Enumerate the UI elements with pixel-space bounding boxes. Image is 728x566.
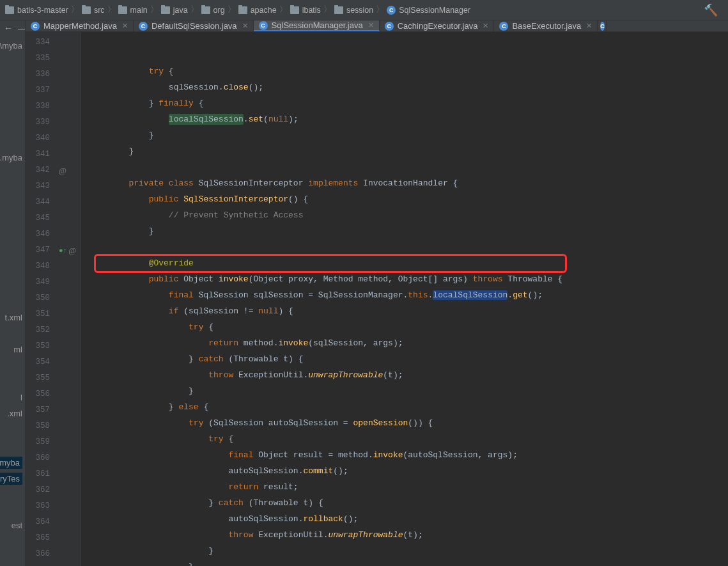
code-line[interactable]: try { bbox=[89, 431, 728, 447]
folder-icon bbox=[334, 6, 343, 14]
code-line[interactable]: sqlSession.close(); bbox=[89, 79, 728, 95]
breadcrumb-item[interactable]: batis-3-master bbox=[5, 6, 68, 15]
folder-icon bbox=[118, 6, 127, 14]
code-line[interactable]: autoSqlSession.rollback(); bbox=[89, 511, 728, 527]
gutter-marker-row bbox=[55, 354, 81, 370]
chevron-right-icon: 〉 bbox=[228, 4, 236, 15]
line-number: 349 bbox=[26, 274, 55, 290]
code-line[interactable] bbox=[89, 159, 728, 175]
code-line[interactable]: } catch (Throwable t) { bbox=[89, 495, 728, 511]
gutter-marker-row bbox=[55, 130, 81, 146]
code-line[interactable]: } bbox=[89, 127, 728, 143]
class-icon: C bbox=[139, 22, 148, 31]
code-line[interactable]: } bbox=[89, 383, 728, 399]
code-line[interactable]: } bbox=[89, 559, 728, 566]
code-line[interactable]: } catch (Throwable t) { bbox=[89, 351, 728, 367]
code-line[interactable]: throw ExceptionUtil.unwrapThrowable(t); bbox=[89, 527, 728, 543]
code-content[interactable]: try { sqlSession.close(); } finally { lo… bbox=[81, 32, 728, 566]
editor-tab[interactable]: CMapperMethod.java✕ bbox=[26, 20, 134, 31]
code-line[interactable]: public Object invoke(Object proxy, Metho… bbox=[89, 271, 728, 287]
tree-item-clipped[interactable]: est bbox=[12, 521, 22, 530]
code-line[interactable]: } else { bbox=[89, 399, 728, 415]
code-line[interactable]: throw ExceptionUtil.unwrapThrowable(t); bbox=[89, 367, 728, 383]
line-number: 342 bbox=[26, 162, 55, 178]
class-icon: C bbox=[387, 6, 396, 15]
editor-tab[interactable]: CDefaultSqlSession.java✕ bbox=[134, 20, 254, 31]
breadcrumb-label: java bbox=[173, 6, 188, 15]
code-line[interactable]: } bbox=[89, 543, 728, 559]
code-line[interactable]: } bbox=[89, 143, 728, 159]
code-line[interactable] bbox=[89, 239, 728, 255]
line-number: 363 bbox=[26, 498, 55, 514]
vcs-change-icon[interactable]: ●↑ bbox=[59, 247, 67, 255]
class-icon: C bbox=[259, 21, 268, 30]
line-number: 352 bbox=[26, 322, 55, 338]
override-marker-icon[interactable]: @ bbox=[59, 166, 66, 176]
breadcrumb-item[interactable]: ibatis bbox=[290, 6, 321, 15]
gutter-marker-row bbox=[55, 178, 81, 194]
collapse-bar-icon[interactable]: — bbox=[18, 23, 26, 33]
tree-item-clipped[interactable]: t.xml bbox=[5, 313, 22, 322]
tree-item-clipped[interactable]: ml bbox=[13, 345, 22, 354]
line-number: 360 bbox=[26, 450, 55, 466]
tree-item-clipped[interactable]: .myba bbox=[0, 457, 22, 469]
breadcrumb-item[interactable]: java bbox=[161, 6, 188, 15]
breadcrumb-item[interactable]: session bbox=[334, 6, 373, 15]
collapse-left-icon[interactable]: ← bbox=[4, 23, 13, 33]
gutter-marker-row bbox=[55, 274, 81, 290]
chevron-right-icon: 〉 bbox=[376, 4, 384, 15]
code-line[interactable]: final SqlSession sqlSession = SqlSession… bbox=[89, 287, 728, 303]
build-hammer-icon[interactable]: 🔨 bbox=[704, 3, 718, 17]
line-number: 354 bbox=[26, 354, 55, 370]
code-line[interactable]: final Object result = method.invoke(auto… bbox=[89, 447, 728, 463]
tree-item-clipped[interactable]: .xml bbox=[7, 409, 22, 418]
code-line[interactable]: autoSqlSession.commit(); bbox=[89, 463, 728, 479]
chevron-right-icon: 〉 bbox=[150, 4, 159, 15]
breadcrumb-item[interactable]: main bbox=[118, 6, 148, 15]
code-line[interactable]: @Override bbox=[89, 255, 728, 271]
code-line[interactable]: public SqlSessionInterceptor() { bbox=[89, 191, 728, 207]
editor-tab[interactable]: CSqlSessionManager.java✕ bbox=[254, 20, 380, 31]
editor-tab[interactable]: CCachingExecutor.java✕ bbox=[380, 20, 495, 31]
code-line[interactable]: return method.invoke(sqlSession, args); bbox=[89, 335, 728, 351]
editor-tab-overflow[interactable]: C bbox=[598, 20, 607, 31]
code-line[interactable]: // Prevent Synthetic Access bbox=[89, 207, 728, 223]
gutter-marker-row bbox=[55, 482, 81, 498]
close-icon[interactable]: ✕ bbox=[122, 22, 128, 30]
code-line[interactable]: return result; bbox=[89, 479, 728, 495]
tree-item-clipped[interactable]: n\myba bbox=[0, 41, 22, 51]
breadcrumb-item[interactable]: apache bbox=[238, 6, 277, 15]
code-line[interactable]: try { bbox=[89, 63, 728, 79]
gutter-marker-row bbox=[55, 370, 81, 386]
tree-item-clipped[interactable]: eryTes bbox=[0, 473, 22, 485]
code-line[interactable]: } finally { bbox=[89, 95, 728, 111]
breadcrumb-item[interactable]: org bbox=[201, 6, 225, 15]
folder-icon bbox=[82, 6, 91, 14]
close-icon[interactable]: ✕ bbox=[483, 22, 488, 30]
code-line[interactable]: if (sqlSession != null) { bbox=[89, 303, 728, 319]
code-line[interactable]: try { bbox=[89, 319, 728, 335]
code-line[interactable]: localSqlSession.set(null); bbox=[89, 111, 728, 127]
line-number: 356 bbox=[26, 386, 55, 402]
close-icon[interactable]: ✕ bbox=[242, 22, 248, 30]
close-icon[interactable]: ✕ bbox=[586, 22, 592, 30]
editor-tab[interactable]: CBaseExecutor.java✕ bbox=[494, 20, 598, 31]
folder-icon bbox=[290, 6, 299, 14]
line-numbers: 3343353363373383393403413423433443453463… bbox=[26, 35, 55, 566]
gutter-marker-row bbox=[55, 498, 81, 514]
line-number: 336 bbox=[26, 67, 55, 83]
tree-item-clipped[interactable]: l bbox=[20, 393, 22, 402]
breadcrumb-item[interactable]: src bbox=[82, 6, 105, 15]
code-line[interactable]: private class SqlSessionInterceptor impl… bbox=[89, 175, 728, 191]
chevron-right-icon: 〉 bbox=[279, 4, 288, 15]
gutter-markers: @●↑@ bbox=[55, 35, 81, 566]
code-line[interactable]: } bbox=[89, 223, 728, 239]
tree-item-clipped[interactable]: .myba bbox=[0, 153, 22, 162]
override-marker-icon[interactable]: @ bbox=[68, 246, 76, 256]
code-editor[interactable]: 3343353363373383393403413423433443453463… bbox=[26, 32, 728, 566]
close-icon[interactable]: ✕ bbox=[368, 21, 374, 29]
breadcrumb-item[interactable]: CSqlSessionManager bbox=[387, 6, 470, 15]
gutter-marker-row bbox=[55, 258, 81, 274]
class-icon: C bbox=[499, 22, 508, 31]
code-line[interactable]: try (SqlSession autoSqlSession = openSes… bbox=[89, 415, 728, 431]
